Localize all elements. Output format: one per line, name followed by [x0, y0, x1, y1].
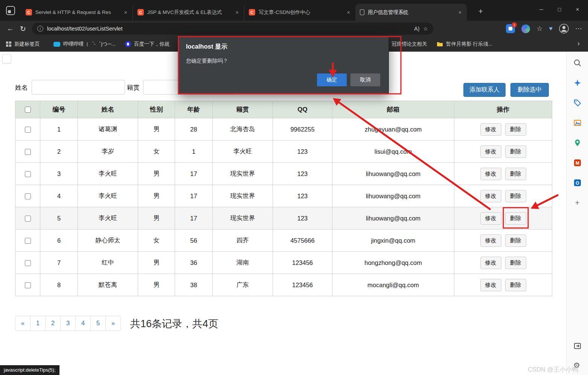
sidebar-maps-pin-icon[interactable]	[573, 139, 582, 147]
bookmark-label: 冠疫情论文相关	[391, 41, 427, 47]
read-aloud-icon[interactable]: A)	[414, 26, 419, 32]
edit-button[interactable]: 修改	[480, 279, 501, 291]
favorites-icon[interactable]: ☆	[536, 24, 542, 33]
browser-tab[interactable]: C JSP & MVC开发模式 & EL表达式 ×	[133, 4, 244, 21]
cell-qq: 123	[273, 185, 332, 207]
browser-tab-active[interactable]: 用户信息管理系统 ×	[355, 4, 467, 21]
delete-button-highlighted[interactable]: 删除	[505, 212, 526, 225]
pagination-prev[interactable]: «	[15, 316, 30, 331]
sidebar-copilot-icon[interactable]	[573, 79, 582, 87]
pagination-page[interactable]: 5	[90, 316, 106, 331]
dialog-cancel-button[interactable]: 取消	[350, 73, 380, 86]
cell-name: 李火旺	[78, 163, 138, 185]
sidebar-shopping-icon[interactable]	[573, 99, 582, 107]
bookmark-item[interactable]: 冠疫情论文相关	[391, 37, 427, 52]
back-icon[interactable]: ←	[7, 24, 14, 33]
browser-tab[interactable]: C Servlet & HTTP & Request & Res ×	[21, 4, 133, 21]
pagination-page[interactable]: 1	[30, 316, 46, 331]
cell-gender: 女	[138, 230, 175, 252]
cell-qq: 123	[273, 163, 332, 185]
cell-qq: 123	[273, 141, 332, 163]
cell-origin: 广东	[213, 274, 273, 296]
profile-avatar[interactable]	[559, 24, 569, 34]
delete-button[interactable]: 删除	[505, 234, 526, 247]
sidebar-add-tool-icon[interactable]: +	[573, 199, 582, 207]
name-filter-label: 姓名	[15, 80, 28, 95]
browser-tab[interactable]: C 写文章-CSDN创作中心 ×	[244, 4, 355, 21]
table-row-delete-target: 5 李火旺 男 17 现实世界 123 lihuowang@qq.com 修改 …	[15, 207, 552, 230]
table-row: 6 静心师太 女 56 四齐 4575666 jingxin@qq.com 修改…	[15, 230, 552, 252]
sidebar-panel-icon[interactable]	[573, 342, 582, 350]
cell-gender: 男	[138, 118, 175, 141]
site-info-icon[interactable]: i	[37, 26, 43, 32]
select-all-checkbox[interactable]	[25, 107, 31, 113]
dialog-confirm-button[interactable]: 确定	[317, 73, 347, 86]
tab-close-icon[interactable]: ×	[123, 9, 129, 15]
cell-qq: 123456	[273, 252, 332, 274]
tab-workspaces-icon[interactable]	[6, 6, 15, 15]
edit-button[interactable]: 修改	[480, 145, 501, 158]
bookmark-item[interactable]: 哔哩哔哩（゜-゜)つ─...	[53, 37, 116, 52]
new-tab-button[interactable]: +	[475, 6, 486, 17]
row-checkbox[interactable]	[25, 282, 31, 288]
sidebar-microsoft365-icon[interactable]: M	[573, 159, 582, 167]
pagination-page[interactable]: 2	[45, 316, 61, 331]
edit-button[interactable]: 修改	[480, 168, 501, 180]
edit-button[interactable]: 修改	[480, 190, 501, 202]
edit-button[interactable]: 修改	[480, 123, 501, 136]
grid-icon	[6, 41, 11, 47]
name-filter-input[interactable]	[32, 80, 125, 95]
close-window-button[interactable]: ×	[568, 2, 586, 17]
cell-age: 56	[175, 230, 213, 252]
edit-button[interactable]: 修改	[480, 234, 501, 247]
cell-name: 静心师太	[78, 230, 138, 252]
row-checkbox[interactable]	[25, 260, 31, 266]
row-checkbox[interactable]	[25, 193, 31, 199]
delete-button[interactable]: 删除	[505, 190, 526, 202]
delete-button[interactable]: 删除	[505, 168, 526, 180]
tab-close-icon[interactable]: ×	[457, 9, 463, 15]
maximize-button[interactable]: □	[550, 2, 568, 17]
swirl-extension-icon[interactable]	[521, 24, 530, 33]
row-checkbox[interactable]	[25, 149, 31, 155]
extension-icon[interactable]: 1	[506, 24, 515, 33]
bookmark-item[interactable]: 暂伴月将影 行乐须...	[437, 37, 492, 52]
edit-button[interactable]: 修改	[480, 257, 501, 269]
pagination: « 1 2 3 4 5 »	[15, 316, 121, 331]
sidebar-image-creator-icon[interactable]	[573, 119, 582, 127]
pagination-page[interactable]: 3	[60, 316, 76, 331]
row-checkbox[interactable]	[25, 127, 31, 133]
edge-sidebar: M O + ⚙	[566, 52, 588, 375]
tab-close-icon[interactable]: ×	[346, 9, 352, 15]
tab-close-icon[interactable]: ×	[234, 9, 240, 15]
cell-email: lisui@qq.com	[332, 141, 454, 163]
minimize-button[interactable]: ─	[532, 2, 550, 17]
add-favorite-star-icon[interactable]: ☆	[423, 26, 428, 32]
add-contact-button[interactable]: 添加联系人	[463, 83, 506, 97]
browser-essentials-icon[interactable]: ♥	[549, 25, 553, 32]
sidebar-search-icon[interactable]	[573, 59, 582, 67]
row-checkbox[interactable]	[25, 216, 31, 222]
delete-button[interactable]: 删除	[505, 145, 526, 158]
delete-button[interactable]: 删除	[505, 257, 526, 269]
bookmark-item[interactable]: 新建标签页	[6, 37, 40, 52]
row-checkbox[interactable]	[25, 238, 31, 244]
col-header-age: 年龄	[175, 101, 213, 118]
delete-button[interactable]: 删除	[505, 123, 526, 136]
address-bar[interactable]: i localhost/test02/userListServlet A) ☆	[32, 23, 433, 35]
cell-id: 1	[40, 118, 78, 141]
row-checkbox[interactable]	[25, 171, 31, 177]
delete-button[interactable]: 删除	[505, 279, 526, 291]
browser-toolbar: ← ↻ i localhost/test02/userListServlet A…	[0, 21, 588, 37]
cell-email: hongzhong@qq.com	[332, 252, 454, 274]
sidebar-outlook-icon[interactable]: O	[573, 179, 582, 187]
bookmarks-overflow-icon[interactable]: ›	[577, 40, 580, 47]
bookmark-item[interactable]: 百度一下，你就	[125, 37, 170, 52]
delete-selected-button[interactable]: 删除选中	[510, 83, 549, 97]
pagination-next[interactable]: »	[105, 316, 121, 331]
edit-button[interactable]: 修改	[480, 212, 501, 225]
cell-name: 红中	[78, 252, 138, 274]
settings-menu-icon[interactable]: ⋯	[575, 24, 582, 33]
pagination-page[interactable]: 4	[75, 316, 91, 331]
refresh-icon[interactable]: ↻	[20, 24, 26, 33]
